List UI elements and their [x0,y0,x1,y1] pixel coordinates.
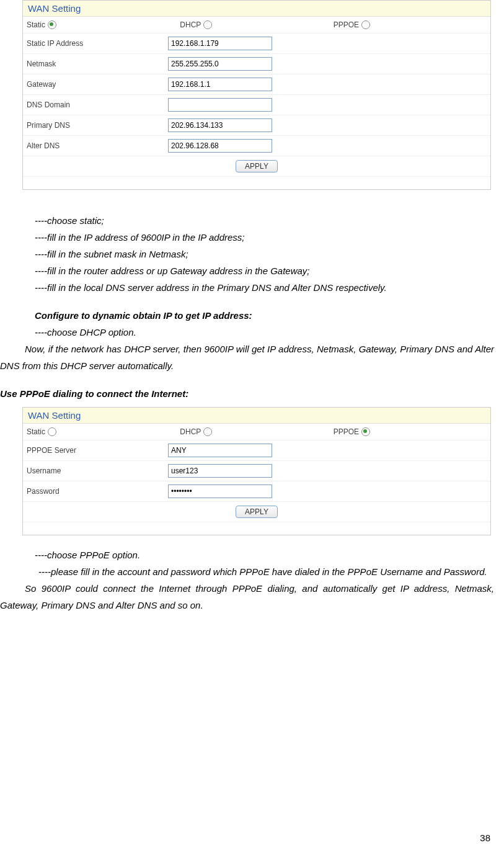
radio-dhcp-label: DHCP [180,427,201,436]
section-heading: Use PPPoE dialing to connect the Interne… [0,385,494,402]
static-ip-input[interactable] [168,37,272,50]
radio-static-label: Static [27,20,45,29]
gateway-input[interactable] [168,78,272,91]
instruction-line: ----choose PPPoE option. [0,547,494,563]
radio-pppoe-label: PPPOE [334,20,359,29]
primary-dns-label: Primary DNS [27,121,168,130]
netmask-label: Netmask [27,60,168,68]
instruction-line: ----please fill in the account and passw… [0,563,494,580]
alter-dns-input[interactable] [168,139,272,153]
primary-dns-input[interactable] [168,118,272,132]
row-pppoe-server: PPPOE Server [23,440,490,461]
panel-title: WAN Setting [23,1,490,17]
radio-icon [361,427,370,436]
apply-row: APPLY [23,502,490,522]
radio-static[interactable]: Static [27,427,180,436]
pppoe-server-label: PPPOE Server [27,446,168,455]
radio-pppoe-label: PPPOE [334,427,359,436]
apply-button[interactable]: APPLY [236,506,278,518]
apply-row: APPLY [23,156,490,177]
radio-pppoe[interactable]: PPPOE [334,20,487,29]
radio-dhcp-label: DHCP [180,20,201,29]
wan-setting-static-panel: WAN Setting Static DHCP PPPOE Static IP … [22,0,491,190]
row-static-ip: Static IP Address [23,33,490,54]
row-password: Password [23,481,490,502]
wan-mode-row: Static DHCP PPPOE [23,17,490,33]
static-ip-label: Static IP Address [27,39,168,48]
password-label: Password [27,487,168,496]
radio-icon [361,20,370,29]
row-alter-dns: Alter DNS [23,136,490,156]
radio-icon [48,427,56,436]
wan-mode-row: Static DHCP PPPOE [23,424,490,440]
apply-button[interactable]: APPLY [236,160,278,172]
dns-domain-label: DNS Domain [27,100,168,109]
page-number: 38 [480,833,490,843]
netmask-input[interactable] [168,57,272,71]
row-gateway: Gateway [23,74,490,95]
instruction-line: ----choose DHCP option. [0,324,494,341]
row-dns-domain: DNS Domain [23,95,490,115]
radio-dhcp[interactable]: DHCP [180,20,333,29]
gateway-label: Gateway [27,80,168,89]
instruction-line: ----fill in the IP address of 9600IP in … [0,229,494,246]
alter-dns-label: Alter DNS [27,141,168,150]
row-username: Username [23,461,490,481]
dns-domain-input[interactable] [168,98,272,112]
radio-pppoe[interactable]: PPPOE [334,427,487,436]
instruction-line: ----fill in the subnet mask in Netmask; [0,246,494,262]
instruction-line: ----fill in the local DNS server address… [0,279,494,296]
section-heading: Configure to dynamic obtain IP to get IP… [0,307,494,324]
radio-icon [203,20,212,29]
radio-icon [203,427,212,436]
row-primary-dns: Primary DNS [23,115,490,136]
radio-static-label: Static [27,427,45,436]
username-label: Username [27,467,168,475]
instruction-line: ----fill in the router address or up Gat… [0,262,494,279]
radio-static[interactable]: Static [27,20,180,29]
radio-dhcp[interactable]: DHCP [180,427,333,436]
instruction-line: So 9600IP could connect the Internet thr… [0,580,494,614]
username-input[interactable] [168,464,272,478]
instruction-line: ----choose static; [0,212,494,229]
password-input[interactable] [168,485,272,498]
wan-setting-pppoe-panel: WAN Setting Static DHCP PPPOE PPPOE Serv… [22,407,491,535]
panel-title: WAN Setting [23,408,490,424]
row-netmask: Netmask [23,54,490,74]
radio-icon [48,20,56,29]
pppoe-server-input[interactable] [168,444,272,457]
instruction-line: Now, if the network has DHCP server, the… [0,341,494,374]
